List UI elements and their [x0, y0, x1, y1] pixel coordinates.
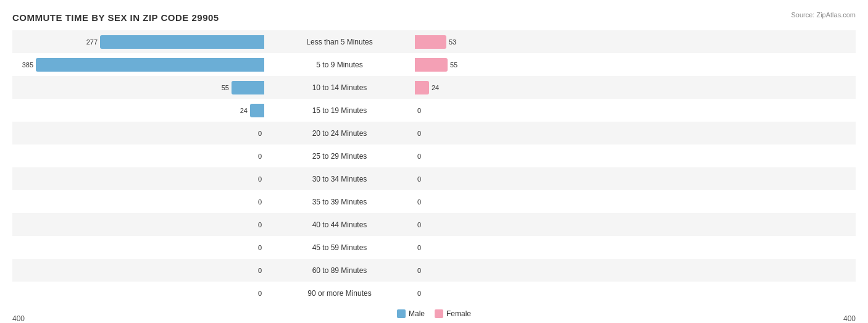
- left-section: 0: [12, 122, 272, 145]
- male-bar-section: 24: [12, 99, 268, 122]
- male-value: 0: [258, 290, 262, 297]
- female-bar-section: 24: [411, 76, 667, 99]
- row-label: 60 to 89 Minutes: [272, 266, 407, 275]
- right-section: 0: [407, 145, 667, 167]
- left-section: 0: [12, 167, 272, 190]
- female-value: 0: [417, 244, 421, 251]
- left-section: 0: [12, 145, 272, 167]
- male-bar-section: 0: [12, 236, 268, 259]
- male-bar-section: 55: [12, 76, 268, 99]
- left-section: 0: [12, 236, 272, 259]
- female-bar: [415, 81, 429, 94]
- male-value: 55: [222, 84, 229, 91]
- male-bar: [100, 35, 264, 49]
- chart-title: COMMUTE TIME BY SEX IN ZIP CODE 29905: [12, 12, 856, 23]
- male-bar-section: 0: [12, 145, 268, 167]
- right-section: 0: [407, 259, 667, 282]
- male-value: 24: [240, 107, 248, 114]
- male-bar-section: 0: [12, 190, 268, 213]
- male-bar-section: 0: [12, 282, 268, 304]
- female-value: 0: [417, 107, 421, 114]
- axis-right: 400: [843, 314, 856, 323]
- legend-female: Female: [435, 309, 471, 318]
- right-section: 24: [407, 76, 667, 99]
- female-bar-section: 0: [411, 145, 667, 167]
- row-label: 25 to 29 Minutes: [272, 152, 407, 161]
- male-value: 0: [258, 153, 262, 160]
- right-section: 0: [407, 167, 667, 190]
- left-section: 55: [12, 76, 272, 99]
- row-label: 20 to 24 Minutes: [272, 129, 407, 138]
- male-bar-section: 0: [12, 259, 268, 282]
- right-section: 0: [407, 190, 667, 213]
- legend-female-label: Female: [446, 309, 471, 318]
- chart-row: 0 30 to 34 Minutes 0: [12, 167, 856, 190]
- row-label: 40 to 44 Minutes: [272, 220, 407, 229]
- male-value: 0: [258, 175, 262, 183]
- right-section: 0: [407, 122, 667, 145]
- female-value: 0: [417, 153, 421, 160]
- female-value: 0: [417, 221, 421, 229]
- bottom-axis: 400 Male Female 400: [0, 314, 868, 323]
- chart-row: 0 45 to 59 Minutes 0: [12, 236, 856, 259]
- male-bar-section: 0: [12, 122, 268, 145]
- chart-row: 0 40 to 44 Minutes 0: [12, 213, 856, 236]
- female-value: 0: [417, 175, 421, 183]
- chart-row: 24 15 to 19 Minutes 0: [12, 99, 856, 122]
- female-value: 0: [417, 267, 421, 274]
- row-label: 90 or more Minutes: [272, 289, 407, 298]
- legend: Male Female: [397, 309, 471, 318]
- male-value: 277: [86, 38, 98, 46]
- left-section: 24: [12, 99, 272, 122]
- right-section: 0: [407, 213, 667, 236]
- row-label: 35 to 39 Minutes: [272, 198, 407, 206]
- female-value: 24: [432, 84, 439, 91]
- axis-left: 400: [12, 314, 25, 323]
- female-value: 55: [450, 61, 457, 69]
- chart-row: 0 20 to 24 Minutes 0: [12, 122, 856, 145]
- female-bar-section: 0: [411, 167, 667, 190]
- chart-container: COMMUTE TIME BY SEX IN ZIP CODE 29905 So…: [0, 0, 868, 323]
- left-section: 0: [12, 259, 272, 282]
- female-value: 0: [417, 130, 421, 137]
- left-section: 0: [12, 282, 272, 304]
- male-bar-section: 385: [12, 53, 268, 76]
- female-bar-section: 0: [411, 259, 667, 282]
- male-value: 385: [22, 61, 33, 69]
- row-label: 30 to 34 Minutes: [272, 175, 407, 183]
- male-bar: [232, 81, 264, 94]
- chart-row: 0 25 to 29 Minutes 0: [12, 145, 856, 167]
- right-section: 55: [407, 53, 667, 76]
- male-bar-section: 0: [12, 167, 268, 190]
- male-swatch: [397, 309, 406, 318]
- chart-row: 385 5 to 9 Minutes 55: [12, 53, 856, 76]
- male-value: 0: [258, 130, 262, 137]
- male-bar-section: 0: [12, 213, 268, 236]
- row-label: 15 to 19 Minutes: [272, 106, 407, 115]
- left-section: 277: [12, 30, 272, 53]
- left-section: 0: [12, 213, 272, 236]
- chart-row: 55 10 to 14 Minutes 24: [12, 76, 856, 99]
- female-bar: [415, 58, 448, 72]
- male-value: 0: [258, 244, 262, 251]
- male-value: 0: [258, 198, 262, 206]
- row-label: 45 to 59 Minutes: [272, 243, 407, 252]
- female-bar-section: 0: [411, 99, 667, 122]
- female-bar-section: 53: [411, 30, 667, 53]
- male-bar: [36, 58, 264, 72]
- female-value: 0: [417, 198, 421, 206]
- row-label: 5 to 9 Minutes: [272, 61, 407, 69]
- left-section: 385: [12, 53, 272, 76]
- chart-row: 0 60 to 89 Minutes 0: [12, 259, 856, 282]
- female-bar-section: 0: [411, 122, 667, 145]
- female-bar-section: 55: [411, 53, 667, 76]
- chart-row: 0 90 or more Minutes 0: [12, 282, 856, 304]
- male-bar: [250, 104, 264, 117]
- female-bar-section: 0: [411, 190, 667, 213]
- right-section: 0: [407, 282, 667, 304]
- chart-area: 277 Less than 5 Minutes 53 385 5 to 9 Mi…: [12, 30, 856, 261]
- row-label: Less than 5 Minutes: [272, 38, 407, 46]
- right-section: 0: [407, 236, 667, 259]
- female-bar: [415, 35, 446, 49]
- right-section: 0: [407, 99, 667, 122]
